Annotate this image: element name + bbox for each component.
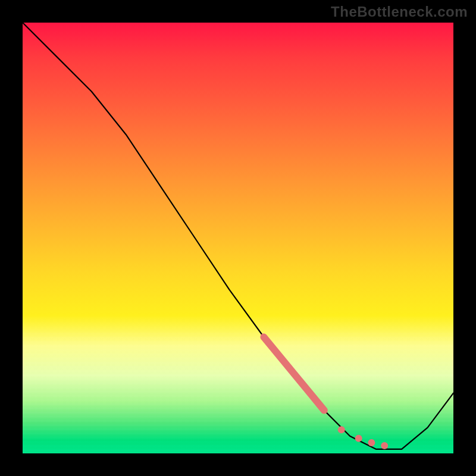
bottleneck-curve bbox=[23, 23, 453, 449]
plot-area bbox=[23, 23, 453, 453]
watermark-text: TheBottleneck.com bbox=[331, 4, 468, 20]
highlight-dot bbox=[381, 442, 388, 449]
highlight-dots bbox=[338, 426, 388, 449]
highlight-dot bbox=[338, 426, 345, 433]
highlight-dot bbox=[368, 439, 375, 446]
chart-overlay bbox=[23, 23, 453, 453]
chart-frame: TheBottleneck.com bbox=[0, 0, 476, 476]
highlight-segment bbox=[264, 337, 324, 411]
highlight-dot bbox=[355, 435, 362, 442]
